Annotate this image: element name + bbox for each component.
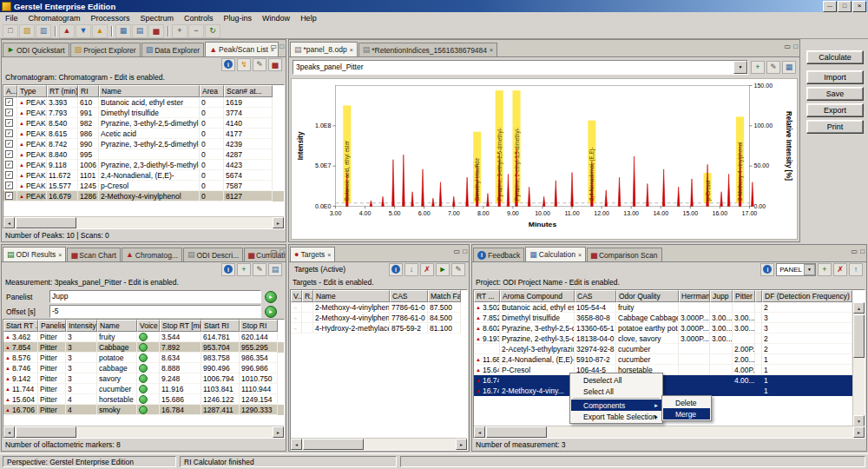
scroll-up-icon[interactable] [853, 302, 865, 314]
edit-button[interactable]: ✎ [766, 61, 780, 74]
spectrum-button[interactable]: ▼ [76, 24, 91, 38]
import-button[interactable]: Import [806, 70, 864, 84]
horizontal-scrollbar[interactable] [291, 438, 467, 450]
close-icon[interactable]: × [327, 252, 331, 258]
calculate-button[interactable]: Calculate [806, 50, 864, 64]
save-button[interactable]: ▥ [36, 24, 51, 38]
tab-odi-quickstart[interactable]: ►ODI Quickstart [3, 43, 69, 56]
column-header[interactable] [755, 290, 762, 302]
scroll-right-icon[interactable] [273, 426, 284, 438]
panel-minimize-icon[interactable] [271, 43, 278, 51]
table-row[interactable]: ▲7.852Dimethyl trisulfide3658-80-8Cabbag… [474, 313, 865, 323]
menu-processors[interactable]: Processors [86, 14, 135, 23]
chevron-down-icon[interactable] [733, 61, 747, 74]
panel-maximize-icon[interactable] [279, 248, 284, 256]
add-button[interactable]: + [751, 61, 765, 74]
table-row[interactable]: ✓▲PEAK16.67912862-Methoxy-4-vinylphenol0… [3, 191, 284, 201]
scrollbar-thumb[interactable] [16, 217, 76, 228]
menu-window[interactable]: Window [257, 14, 295, 23]
column-header[interactable]: Jupp [710, 290, 733, 302]
delete-button[interactable]: ✗ [420, 263, 434, 276]
menu-item-delete[interactable]: Delete [663, 397, 710, 408]
row-checkbox[interactable]: ✓ [5, 140, 13, 148]
table-row[interactable]: ▲3.502Butanoic acid, ethyl ester105-54-4… [474, 302, 865, 313]
menu-item-export-table-selection[interactable]: Export Table Selection► [571, 411, 661, 422]
column-header[interactable]: Panelist [38, 320, 66, 332]
scrollbar-thumb[interactable] [486, 426, 547, 438]
column-header[interactable]: Scan# at... [224, 85, 273, 97]
row-checkbox[interactable]: ✓ [5, 192, 13, 200]
column-header[interactable]: RT ... [474, 290, 500, 302]
row-checkbox[interactable]: ✓ [5, 109, 13, 116]
column-header[interactable]: Start RT ... [3, 320, 38, 332]
tab-peak-scan-list[interactable]: ▲Peak/Scan List× [205, 42, 279, 56]
tab-scan-chart[interactable]: ▅Scan Chart [67, 248, 120, 261]
menu-file[interactable]: File [0, 14, 23, 23]
tab-targets[interactable]: ●Targets× [290, 247, 335, 261]
column-header[interactable]: CAS [390, 290, 428, 302]
table-row[interactable]: ✓▲PEAK8.540982Pyrazine, 3-ethyl-2,5-dime… [3, 118, 284, 129]
column-header[interactable]: R... [302, 290, 313, 302]
menu-item-merge[interactable]: Merge [663, 408, 710, 419]
tab-feedback[interactable]: iFeedback [473, 248, 524, 261]
close-button[interactable] [852, 1, 866, 12]
scrollbar-track[interactable] [76, 426, 273, 438]
menu-item-deselect-all[interactable]: Deselect All [571, 374, 661, 386]
voice-icon[interactable] [139, 406, 148, 414]
horizontal-scrollbar[interactable] [474, 426, 865, 438]
table-row[interactable]: ▲9.142Pitter3savory9.2481006.7941010.750 [3, 373, 284, 384]
odi-results-table[interactable]: Start RT ...PanelistIntensityNameVoiceSt… [3, 319, 285, 439]
column-header[interactable]: RI [78, 85, 99, 97]
tab-project-explorer[interactable]: ▨Project Explorer [70, 43, 141, 56]
table-row[interactable]: 2-Acetyl-3-ethylpyrazine32974-92-8cucumb… [474, 344, 865, 354]
tab-panel-8-odp[interactable]: ▤*panel_8.odp× [290, 42, 358, 56]
voice-icon[interactable] [139, 353, 148, 362]
run-button[interactable]: ► [436, 263, 450, 276]
row-checkbox[interactable]: ✓ [5, 98, 13, 106]
apply-panelist-button[interactable] [265, 291, 277, 303]
menu-item-select-all[interactable]: Select All [571, 386, 661, 397]
table-row[interactable]: ▲8.746Pitter3cabbage8.888990.496996.986 [3, 363, 284, 373]
minimize-button[interactable] [823, 1, 837, 12]
column-header[interactable]: Odor Quality [616, 290, 679, 302]
print-button[interactable]: Print [806, 120, 864, 134]
info-button[interactable]: i [389, 263, 403, 276]
column-header[interactable]: Aroma Compound [500, 290, 575, 302]
table-row[interactable]: ▲8.602Pyrazine, 3-ethyl-2,5-dime...13360… [474, 323, 865, 334]
scrollbar-track[interactable] [364, 439, 456, 450]
voice-icon[interactable] [139, 364, 148, 373]
table-row[interactable]: ▲11.6822,4-Nonadienal, (E,E)-5910-87-2cu… [474, 354, 865, 365]
grid-button[interactable]: ▦ [782, 61, 796, 74]
table-row[interactable]: ✓▲PEAK3.393610Butanoic acid, ethyl ester… [3, 97, 284, 108]
scroll-right-icon[interactable] [853, 426, 865, 438]
column-header[interactable]: CAS [575, 290, 616, 302]
row-checkbox[interactable]: ✓ [5, 161, 13, 168]
chromatogram-chart[interactable]: 3.004.005.006.007.008.009.0010.0011.0012… [291, 78, 798, 240]
panel-maximize-icon[interactable] [793, 43, 798, 51]
row-checkbox[interactable]: ✓ [5, 182, 13, 189]
export-button[interactable]: Export [806, 103, 864, 117]
table-row[interactable]: ▲8.576Pitter3potatoe8.634983.758986.354 [3, 353, 284, 363]
column-header[interactable]: Start RI [201, 320, 240, 332]
zoom-out-button[interactable]: − [188, 24, 204, 38]
info-button[interactable]: i [760, 263, 774, 276]
offset-input[interactable]: -5 [49, 305, 261, 318]
column-header[interactable]: Type [17, 85, 47, 97]
scroll-left-icon[interactable] [474, 426, 485, 438]
peak-detect-button[interactable]: ▲ [92, 24, 108, 38]
menu-spectrum[interactable]: Spectrum [135, 14, 180, 23]
tab-retentionindices-1561638679484[interactable]: ▤*RetentionIndices_1561638679484× [358, 43, 497, 56]
scrollbar-track[interactable] [853, 358, 865, 415]
vertical-scrollbar[interactable] [852, 302, 865, 426]
panel-select[interactable]: PANEL▼ [776, 263, 816, 276]
column-header[interactable]: DF (Detection Frequency) [762, 290, 852, 302]
table-row[interactable]: ✓▲PEAK15.5771245p-Cresol07587 [3, 181, 284, 191]
voice-icon[interactable] [139, 385, 148, 393]
table-row[interactable]: →2-Methoxy-4-vinylphenol7786-61-084.500 [291, 313, 467, 323]
table-row[interactable]: ✓▲PEAK9.1181006Pyrazine, 2,3-diethyl-5-m… [3, 160, 284, 170]
tab-chromatog[interactable]: ▲Chromatog... [122, 248, 182, 261]
zoom-in-button[interactable]: + [172, 24, 187, 38]
save-button[interactable]: Save [806, 87, 864, 101]
horizontal-scrollbar[interactable] [3, 216, 284, 228]
targets-table[interactable]: V...R...NameCASMatch Fa...→2-Methoxy-4-v… [290, 289, 468, 451]
